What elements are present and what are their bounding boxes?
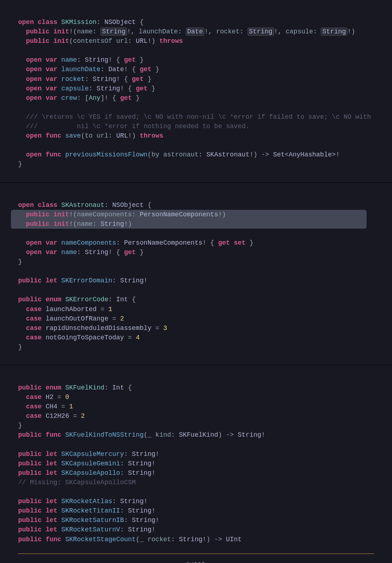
kw-class: class: [38, 19, 57, 26]
boxed-type-string: String: [321, 28, 347, 36]
highlighted-code-row: public init!(nameComponents: PersonNameC…: [11, 210, 367, 229]
doc-comment: /// \returns \c YES if saved; \c NO with…: [26, 113, 371, 121]
code-slide: open class SKMission: NSObject { public …: [0, 0, 392, 563]
code-pre-1: open class SKMission: NSObject { public …: [18, 17, 374, 169]
boxed-type-string: String: [248, 28, 274, 36]
footer-language-label: SWIFT: [18, 554, 374, 563]
code-pre-2: open class SKAstronaut: NSObject { publi…: [18, 200, 374, 352]
code-block-2: open class SKAstronaut: NSObject { publi…: [0, 183, 392, 366]
doc-comment: /// nil \c *error if nothing needed to b…: [26, 123, 250, 130]
type-skmission: SKMission: [61, 19, 97, 26]
code-pre-3: public enum SKFuelKind: Int { case H2 = …: [18, 383, 374, 544]
slide-footer: SWIFT: [0, 554, 392, 563]
code-block-3: public enum SKFuelKind: Int { case H2 = …: [0, 366, 392, 551]
boxed-type-date: Date: [186, 28, 204, 36]
line-comment: // Missing: SKCapsuleApolloCSM: [18, 479, 136, 486]
boxed-type-string: String: [101, 28, 127, 36]
type-skastronaut: SKAstronaut: [61, 201, 105, 209]
kw-open: open: [18, 19, 34, 26]
code-block-1: open class SKMission: NSObject { public …: [0, 0, 392, 183]
